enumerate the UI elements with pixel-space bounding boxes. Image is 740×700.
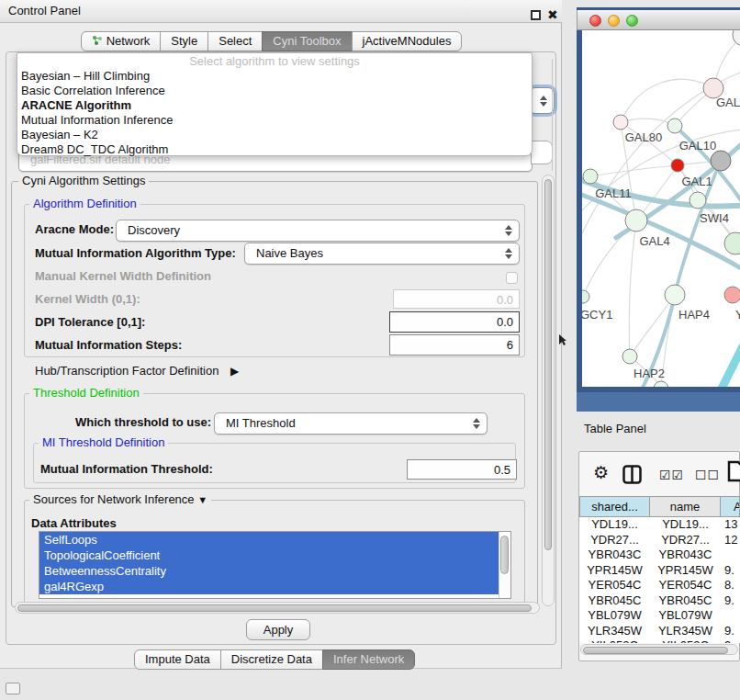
attribute-list-item[interactable]: gal4RGexp bbox=[39, 579, 510, 594]
table-cell[interactable]: YBR045C bbox=[650, 593, 721, 609]
network-node[interactable] bbox=[690, 192, 706, 209]
table-cell[interactable]: YPR145W bbox=[650, 563, 721, 579]
table-cell[interactable]: YLR345W bbox=[650, 624, 721, 639]
table-cell[interactable]: YER054C bbox=[650, 578, 721, 593]
network-node[interactable] bbox=[583, 169, 598, 184]
scrollbar-thumb[interactable] bbox=[544, 179, 552, 550]
table-cell[interactable]: YPR145W bbox=[579, 563, 650, 579]
column-header-shared-name[interactable]: shared... bbox=[579, 496, 650, 517]
network-node[interactable] bbox=[711, 151, 731, 171]
algorithm-combobox-fragment[interactable] bbox=[529, 87, 555, 114]
combobox-fragment[interactable] bbox=[531, 141, 553, 164]
table-row[interactable]: YDR27...YDR27...12 bbox=[579, 533, 740, 548]
table-row[interactable]: YIL052CYIL052C9. bbox=[579, 638, 740, 643]
settings-horizontal-scrollbar[interactable] bbox=[15, 602, 540, 614]
algorithm-option[interactable]: Dream8 DC_TDC Algorithm bbox=[17, 142, 532, 157]
network-node[interactable] bbox=[625, 209, 647, 231]
deselect-checks-icon[interactable]: ☐☐ bbox=[695, 468, 720, 482]
algorithm-option[interactable]: Bayesian – Hill Climbing bbox=[17, 69, 532, 84]
tab-network[interactable]: Network bbox=[81, 31, 161, 51]
table-cell[interactable]: YBR043C bbox=[650, 548, 721, 563]
table-cell[interactable] bbox=[721, 548, 740, 563]
network-node[interactable] bbox=[667, 119, 682, 133]
tab-style[interactable]: Style bbox=[160, 31, 208, 51]
hub-definition-expander[interactable]: Hub/Transcription Factor Definition ▶ bbox=[35, 362, 239, 380]
table-row[interactable]: YER054CYER054C8. bbox=[579, 578, 740, 593]
algorithm-option[interactable]: Mutual Information Inference bbox=[17, 113, 532, 128]
dpi-tolerance-field[interactable]: 0.0 bbox=[389, 311, 520, 333]
table-cell[interactable]: YDR27... bbox=[650, 533, 721, 548]
tab-impute-data[interactable]: Impute Data bbox=[134, 649, 221, 670]
table-cell[interactable]: YBR045C bbox=[579, 593, 650, 609]
tab-jactivemnodules[interactable]: jActiveMNodules bbox=[352, 31, 463, 51]
attribute-list-item[interactable]: TopologicalCoefficient bbox=[39, 548, 510, 563]
zoom-traffic-light-icon[interactable] bbox=[626, 15, 638, 27]
aracne-mode-select[interactable]: Discovery bbox=[116, 220, 520, 242]
mi-steps-field[interactable]: 6 bbox=[389, 334, 520, 356]
network-node[interactable] bbox=[622, 349, 637, 364]
network-node[interactable] bbox=[654, 381, 668, 387]
table-cell[interactable]: 9. bbox=[721, 638, 740, 643]
network-node[interactable] bbox=[724, 287, 740, 303]
tab-infer-network[interactable]: Infer Network bbox=[322, 649, 415, 670]
float-window-icon[interactable] bbox=[531, 10, 541, 20]
split-columns-icon[interactable] bbox=[622, 465, 642, 484]
tab-cyni-toolbox[interactable]: Cyni Toolbox bbox=[262, 31, 352, 51]
close-icon[interactable]: ✖ bbox=[547, 7, 558, 22]
table-cell[interactable]: YBL079W bbox=[579, 608, 650, 624]
table-row[interactable]: YBR043CYBR043C bbox=[579, 548, 740, 563]
algorithm-option[interactable]: Bayesian – K2 bbox=[17, 128, 532, 142]
algorithm-option[interactable]: Basic Correlation Inference bbox=[17, 84, 532, 98]
table-cell[interactable]: YIL052C bbox=[650, 638, 721, 643]
node-attribute-table[interactable]: YDL19...YDL19...13YDR27...YDR27...12YBR0… bbox=[579, 517, 740, 643]
sources-group-title[interactable]: Sources for Network Inference ▼ bbox=[29, 493, 211, 506]
scrollbar-thumb[interactable] bbox=[500, 536, 509, 574]
tab-discretize-data[interactable]: Discretize Data bbox=[220, 649, 323, 670]
which-threshold-select[interactable]: MI Threshold bbox=[214, 412, 488, 435]
table-cell[interactable]: YDL19... bbox=[650, 517, 721, 533]
network-node[interactable] bbox=[724, 232, 740, 254]
table-row[interactable]: YBL079WYBL079W bbox=[579, 608, 740, 624]
network-node[interactable] bbox=[671, 159, 684, 172]
table-row[interactable]: YDL19...YDL19...13 bbox=[579, 517, 740, 533]
gear-icon[interactable]: ⚙ bbox=[593, 462, 609, 483]
table-cell[interactable]: YLR345W bbox=[579, 624, 650, 639]
table-cell[interactable]: YBR043C bbox=[579, 548, 650, 563]
column-header-name[interactable]: name bbox=[650, 496, 721, 517]
scrollbar-thumb[interactable] bbox=[17, 604, 532, 612]
select-all-checks-icon[interactable]: ☑☑ bbox=[659, 468, 684, 482]
table-cell[interactable]: 8. bbox=[721, 578, 740, 593]
network-node[interactable] bbox=[582, 290, 589, 303]
table-cell[interactable]: YER054C bbox=[579, 578, 650, 593]
table-row[interactable]: YPR145WYPR145W9. bbox=[579, 563, 740, 579]
dock-panel-button[interactable] bbox=[6, 683, 20, 694]
table-cell[interactable]: YBL079W bbox=[650, 608, 721, 624]
minimize-traffic-light-icon[interactable] bbox=[608, 15, 620, 27]
attribute-list-item[interactable]: SelfLoops bbox=[39, 532, 510, 548]
attribute-list-item[interactable]: BetweennessCentrality bbox=[39, 563, 510, 579]
network-window-titlebar[interactable] bbox=[577, 10, 740, 30]
scrollbar-thumb[interactable] bbox=[583, 647, 728, 654]
mi-threshold-field[interactable]: 0.5 bbox=[407, 459, 517, 480]
manual-kernel-checkbox[interactable] bbox=[506, 272, 518, 284]
table-horizontal-scrollbar[interactable] bbox=[580, 644, 738, 655]
apply-button[interactable]: Apply bbox=[246, 619, 310, 640]
table-row[interactable]: YLR345WYLR345W9. bbox=[579, 624, 740, 639]
close-traffic-light-icon[interactable] bbox=[589, 15, 601, 27]
table-cell[interactable]: YIL052C bbox=[579, 638, 650, 643]
document-icon[interactable] bbox=[727, 460, 740, 482]
attributes-list-scrollbar[interactable] bbox=[499, 532, 510, 598]
kernel-width-field[interactable]: 0.0 bbox=[393, 289, 520, 309]
algorithm-option[interactable]: ARACNE Algorithm bbox=[17, 98, 532, 113]
table-cell[interactable] bbox=[721, 608, 740, 624]
network-node[interactable] bbox=[733, 30, 740, 46]
table-cell[interactable]: 13 bbox=[721, 517, 740, 533]
table-cell[interactable]: 9. bbox=[721, 593, 740, 609]
mi-type-select[interactable]: Naive Bayes bbox=[244, 243, 520, 265]
table-cell[interactable]: 9. bbox=[721, 563, 740, 579]
table-cell[interactable]: YDR27... bbox=[579, 533, 650, 548]
table-cell[interactable]: 12 bbox=[721, 533, 740, 548]
table-cell[interactable]: YDL19... bbox=[579, 517, 650, 533]
column-header-partial[interactable]: A bbox=[721, 496, 740, 517]
tab-select[interactable]: Select bbox=[207, 31, 263, 51]
